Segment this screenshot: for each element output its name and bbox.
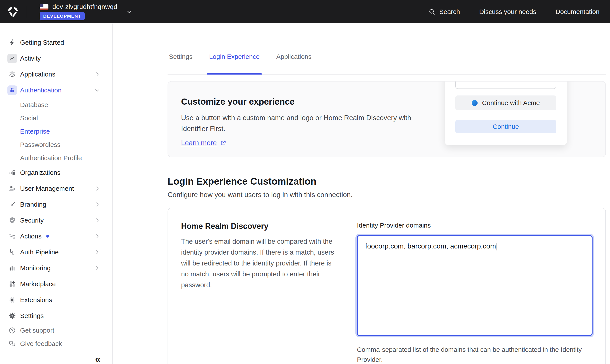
sidebar-subitem-enterprise[interactable]: Enterprise (0, 125, 112, 138)
search-label: Search (439, 8, 460, 15)
tenant-switcher[interactable]: dev-zlvgrudhtfnqnwqd DEVELOPMENT (40, 3, 117, 20)
user-gear-icon (7, 183, 17, 194)
lightning-icon (7, 38, 17, 48)
subitem-label: Database (20, 101, 48, 109)
sidebar-item-auth-pipeline[interactable]: Auth Pipeline (0, 244, 112, 260)
layers-icon (7, 69, 17, 79)
preview-provider-label: Continue with Acme (482, 99, 540, 107)
chevron-right-icon (95, 218, 100, 223)
chevron-right-icon (95, 265, 100, 271)
preview-provider-button[interactable]: Continue with Acme (455, 95, 556, 110)
feedback-bubbles-icon (7, 339, 17, 349)
sidebar-item-label: Auth Pipeline (20, 248, 59, 256)
us-flag-icon (40, 4, 48, 10)
preview-continue-button[interactable]: Continue (455, 120, 556, 133)
sidebar-item-label: Actions (20, 233, 41, 240)
sidebar-item-label: Getting Started (20, 39, 64, 46)
domains-textarea[interactable]: foocorp.com, barcorp.com, acmecorp.com (357, 235, 593, 336)
learn-more-label: Learn more (181, 139, 217, 147)
customize-card-description: Use a button with a custom name and logo… (181, 112, 412, 134)
sidebar-item-marketplace[interactable]: Marketplace (0, 276, 112, 292)
sidebar-item-label: Organizations (20, 169, 60, 176)
sidebar-item-branding[interactable]: Branding (0, 196, 112, 212)
sidebar-item-get-support[interactable]: Get support (0, 324, 112, 337)
sidebar-item-authentication[interactable]: Authentication (0, 82, 112, 98)
sidebar-item-monitoring[interactable]: Monitoring (0, 260, 112, 276)
grid-plus-icon (7, 279, 17, 289)
learn-more-link[interactable]: Learn more (181, 139, 227, 147)
pipeline-icon (7, 247, 17, 257)
sidebar-item-extensions[interactable]: Extensions (0, 292, 112, 308)
chevron-right-icon (95, 202, 100, 207)
domains-label: Identity Provider domains (357, 222, 593, 229)
sidebar-nav: Getting Started Activity Applications (0, 23, 112, 350)
text-cursor (497, 243, 497, 250)
collapse-sidebar-button[interactable]: « (95, 354, 101, 364)
chevron-down-icon[interactable] (126, 9, 132, 15)
paintbrush-icon (7, 199, 17, 209)
sidebar-item-activity[interactable]: Activity (0, 50, 112, 66)
acme-logo-icon (472, 100, 478, 106)
sidebar-item-settings[interactable]: Settings (0, 308, 112, 324)
subitem-label: Enterprise (20, 128, 50, 135)
topbar: dev-zlvgrudhtfnqnwqd DEVELOPMENT Search … (0, 0, 610, 23)
external-link-icon (220, 140, 227, 146)
tab-login-experience[interactable]: Login Experience (208, 52, 261, 74)
section-title: Login Experience Customization (168, 176, 316, 187)
main-content: Settings Login Experience Applications C… (113, 23, 610, 364)
hrd-description: The user's email domain will be compared… (181, 236, 340, 291)
tab-applications[interactable]: Applications (275, 52, 313, 74)
subitem-label: Authentication Profile (20, 154, 82, 162)
search-icon (429, 9, 435, 15)
sidebar-item-label: Security (20, 217, 44, 224)
chip-icon (7, 295, 17, 305)
actions-flow-icon (7, 231, 17, 241)
preview-identifier-input[interactable] (455, 81, 556, 89)
sidebar-item-label: Branding (20, 201, 46, 208)
subitem-label: Social (20, 115, 38, 122)
sidebar-item-label: Authentication (20, 87, 62, 94)
customize-card-text: Customize your experience Use a button w… (181, 97, 412, 147)
tenant-name: dev-zlvgrudhtfnqnwqd (52, 3, 117, 11)
sidebar-item-user-management[interactable]: User Management (0, 181, 112, 196)
tabs: Settings Login Experience Applications (168, 52, 606, 75)
environment-badge: DEVELOPMENT (40, 12, 85, 20)
home-realm-discovery-card: Home Realm Discovery The user's email do… (168, 208, 606, 364)
sidebar-item-label: Activity (20, 55, 41, 62)
sidebar-footer-divider (0, 348, 112, 348)
gear-icon (7, 311, 17, 321)
documentation-link[interactable]: Documentation (556, 8, 599, 15)
customize-card-title: Customize your experience (181, 97, 412, 107)
sidebar-subitem-social[interactable]: Social (0, 111, 112, 125)
topbar-divider (27, 6, 27, 18)
sidebar-item-getting-started[interactable]: Getting Started (0, 34, 112, 50)
login-preview-panel: Continue with Acme Continue (445, 81, 567, 145)
shield-check-icon (7, 215, 17, 225)
help-circle-icon (7, 325, 17, 336)
organizations-icon (7, 168, 17, 178)
sidebar-item-label: Get support (20, 327, 54, 334)
discuss-your-needs-link[interactable]: Discuss your needs (479, 8, 536, 15)
search-button[interactable]: Search (429, 8, 460, 15)
sidebar-item-security[interactable]: Security (0, 212, 112, 228)
subitem-label: Passwordless (20, 141, 60, 148)
auth0-logo-icon[interactable] (6, 5, 20, 19)
sidebar-item-applications[interactable]: Applications (0, 66, 112, 82)
tab-settings[interactable]: Settings (168, 52, 194, 74)
chevron-down-icon (95, 87, 100, 93)
activity-icon (7, 53, 17, 64)
sidebar-item-label: Monitoring (20, 264, 51, 272)
sidebar-subitem-database[interactable]: Database (0, 98, 112, 111)
sidebar-subitem-authentication-profile[interactable]: Authentication Profile (0, 151, 112, 165)
sidebar-subitem-passwordless[interactable]: Passwordless (0, 138, 112, 151)
sidebar-item-label: Applications (20, 71, 55, 78)
hrd-form-column: Identity Provider domains foocorp.com, b… (357, 222, 593, 364)
customize-experience-card: Customize your experience Use a button w… (168, 81, 606, 157)
notification-dot (46, 235, 49, 238)
domains-help-text: Comma-separated list of the domains that… (357, 345, 606, 364)
sidebar-item-organizations[interactable]: Organizations (0, 165, 112, 181)
sidebar-item-actions[interactable]: Actions (0, 228, 112, 244)
sidebar-item-label: Extensions (20, 296, 52, 304)
sidebar: Getting Started Activity Applications (0, 23, 113, 364)
topbar-nav: Search Discuss your needs Documentation (429, 8, 599, 15)
